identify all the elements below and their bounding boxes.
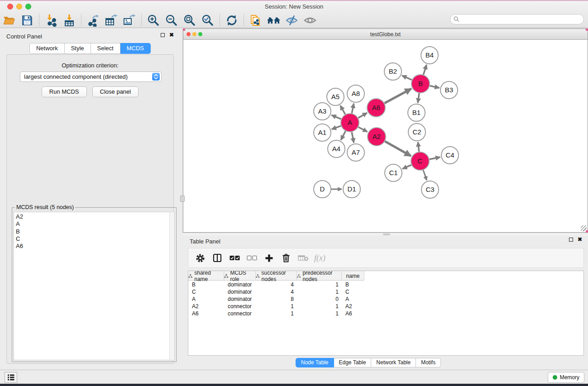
export-image-button[interactable] <box>120 13 139 28</box>
graph-node-C[interactable]: C <box>411 152 429 170</box>
column-header-shared-name[interactable]: shared name <box>188 271 224 281</box>
network-graph[interactable]: B4B2BB3A5A8A6A3B1AC2A1A2A4A7C4CC1C3DD1 <box>184 40 587 232</box>
import-table-button[interactable] <box>60 13 78 28</box>
tab-network[interactable]: Network <box>29 43 65 54</box>
table-cell[interactable]: 0 <box>297 295 342 303</box>
result-list-scrollbar[interactable] <box>169 213 174 359</box>
function-builder-button[interactable]: f(x) <box>314 253 325 263</box>
table-cell[interactable]: connector <box>224 310 256 317</box>
table-settings-button[interactable] <box>193 251 207 265</box>
network-window-titlebar[interactable]: testGlobe.txt <box>183 29 588 40</box>
graph-edge-A-A4[interactable] <box>341 131 345 140</box>
table-row[interactable]: A6connector11A6 <box>188 310 364 317</box>
table-cell[interactable]: A <box>188 295 224 303</box>
unselect-all-columns-button[interactable] <box>244 251 259 265</box>
export-network-button[interactable] <box>84 13 102 28</box>
graph-edge-A-A7[interactable] <box>352 132 354 143</box>
graph-node-A3[interactable]: A3 <box>314 103 331 120</box>
table-row[interactable]: Adominator80A <box>188 295 364 303</box>
table-cell[interactable]: A2 <box>342 303 364 310</box>
table-cell[interactable]: A <box>342 295 364 303</box>
import-network-button[interactable] <box>42 13 60 28</box>
table-cell[interactable]: A6 <box>188 310 224 317</box>
graph-node-B1[interactable]: B1 <box>408 104 425 121</box>
table-cell[interactable]: 8 <box>256 295 297 303</box>
node-table-header[interactable]: shared nameMCDS rolesuccessor nodesprede… <box>188 271 364 281</box>
table-cell[interactable]: B <box>188 281 224 288</box>
column-header-name[interactable]: name <box>342 271 364 281</box>
table-cell[interactable]: connector <box>224 303 256 310</box>
graph-edge-B-B2[interactable] <box>402 76 412 80</box>
table-cell[interactable]: A2 <box>188 303 224 310</box>
graph-node-D1[interactable]: D1 <box>343 181 360 198</box>
graph-node-A[interactable]: A <box>341 114 359 132</box>
graph-node-A1[interactable]: A1 <box>314 124 331 141</box>
network-left-scroll-thumb[interactable] <box>180 195 185 202</box>
table-row[interactable]: Cdominator41C <box>188 288 364 295</box>
close-table-panel-icon[interactable]: ✖ <box>578 238 582 242</box>
column-header-successor-nodes[interactable]: successor nodes <box>256 271 297 281</box>
graph-edge-C-C1[interactable] <box>402 165 411 169</box>
table-row[interactable]: Bdominator41B <box>188 281 364 288</box>
table-cell[interactable]: dominator <box>224 281 256 288</box>
graph-node-A6[interactable]: A6 <box>367 99 385 117</box>
graph-node-B3[interactable]: B3 <box>440 81 458 99</box>
graph-edge-A-A3[interactable] <box>331 115 341 119</box>
column-header-predecessor-nodes[interactable]: predecessor nodes <box>297 271 342 281</box>
apply-layout-button[interactable] <box>223 13 241 28</box>
graph-edge-A-A6[interactable] <box>358 113 367 118</box>
first-neighbors-button[interactable] <box>265 13 283 28</box>
tab-motifs[interactable]: Motifs <box>416 358 441 367</box>
task-history-button[interactable] <box>5 372 17 383</box>
show-graphics-button[interactable] <box>301 13 319 28</box>
mcds-result-list[interactable]: A2ABCA6 <box>14 212 175 360</box>
float-panel-icon[interactable] <box>161 33 165 37</box>
table-cell[interactable]: 1 <box>297 281 342 288</box>
graph-edge-A-A2[interactable] <box>359 127 368 132</box>
graph-node-A7[interactable]: A7 <box>347 144 364 161</box>
graph-node-C2[interactable]: C2 <box>408 124 425 141</box>
graph-node-C1[interactable]: C1 <box>385 164 402 181</box>
zoom-selected-button[interactable] <box>199 13 217 28</box>
table-cell[interactable]: dominator <box>224 288 256 295</box>
delete-table-button[interactable] <box>296 251 311 265</box>
graph-node-B4[interactable]: B4 <box>421 47 438 64</box>
zoom-out-button[interactable] <box>163 13 181 28</box>
export-table-button[interactable] <box>102 13 120 28</box>
graph-edge-B-B1[interactable] <box>418 93 419 103</box>
graph-node-A2[interactable]: A2 <box>368 128 386 146</box>
splitter-handle[interactable] <box>383 234 390 235</box>
save-session-button[interactable] <box>18 13 36 28</box>
tab-node-table[interactable]: Node Table <box>296 358 334 367</box>
table-cell[interactable]: B <box>342 281 364 288</box>
tab-select[interactable]: Select <box>91 43 120 54</box>
graph-node-C4[interactable]: C4 <box>441 147 459 164</box>
close-panel-button[interactable]: Close panel <box>92 86 139 97</box>
table-cell[interactable]: 4 <box>256 281 297 288</box>
table-cell[interactable]: C <box>188 288 224 295</box>
column-header-MCDS-role[interactable]: MCDS role <box>224 271 256 281</box>
table-cell[interactable]: C <box>342 288 364 295</box>
network-canvas[interactable]: B4B2BB3A5A8A6A3B1AC2A1A2A4A7C4CC1C3DD1 <box>184 40 587 232</box>
table-cell[interactable]: 1 <box>297 303 342 310</box>
graph-edge-B-B3[interactable] <box>430 86 439 88</box>
new-session-from-network-button[interactable] <box>247 13 265 28</box>
graph-edge-C-C4[interactable] <box>430 157 440 159</box>
graph-edge-A-A8[interactable] <box>352 104 354 114</box>
graph-edge-B-B4[interactable] <box>423 65 426 75</box>
graph-edge-A-A5[interactable] <box>340 105 345 114</box>
mcds-result-item[interactable]: B <box>14 228 174 235</box>
tab-network-table[interactable]: Network Table <box>371 358 416 367</box>
search-input[interactable] <box>462 16 583 23</box>
node-table[interactable]: shared nameMCDS rolesuccessor nodesprede… <box>188 271 584 356</box>
mcds-result-item[interactable]: A2 <box>14 213 174 220</box>
show-columns-button[interactable] <box>210 251 225 265</box>
select-all-columns-button[interactable] <box>227 251 242 265</box>
tab-edge-table[interactable]: Edge Table <box>334 358 372 367</box>
graph-node-C3[interactable]: C3 <box>421 181 439 198</box>
table-cell[interactable]: 4 <box>256 288 297 295</box>
graph-edge-C-C3[interactable] <box>423 170 427 180</box>
create-column-button[interactable] <box>262 251 276 265</box>
tab-mcds[interactable]: MCDS <box>120 43 151 54</box>
graph-node-A4[interactable]: A4 <box>328 140 345 157</box>
